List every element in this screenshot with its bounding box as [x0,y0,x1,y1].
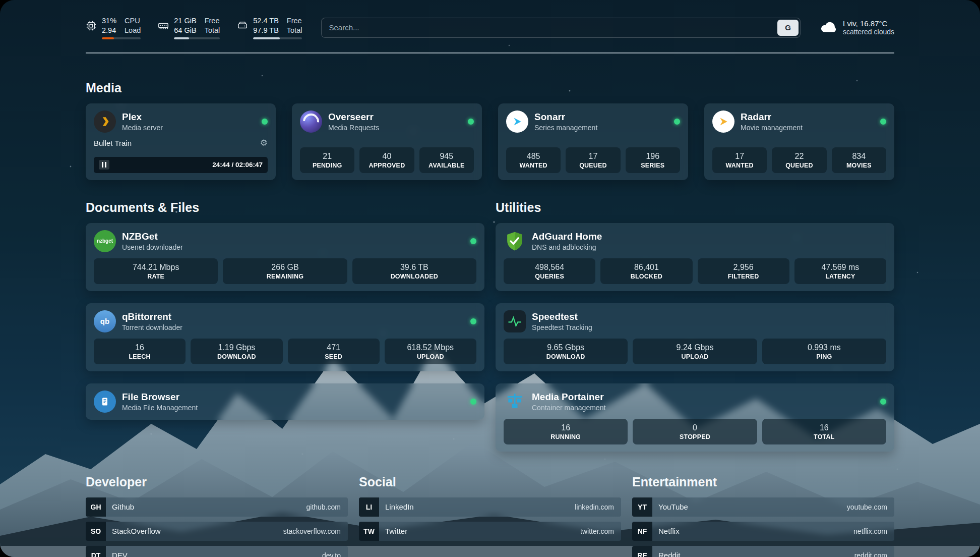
stat-label: RUNNING [506,433,626,440]
bookmark-url: reddit.com [854,551,894,557]
gear-icon[interactable]: ⚙ [260,139,268,147]
bookmark-url: netflix.com [853,527,894,535]
cpu-percent: 31% [102,16,116,26]
app-card-adguard[interactable]: AdGuard Home DNS and adblocking 498,564 … [496,223,894,291]
bookmark-name: Github [112,503,134,511]
stat-label: SEED [290,353,378,360]
bookmark-columns: Developer GH Github github.com SO StackO… [86,475,894,557]
status-indicator [674,119,680,125]
bookmark-dev[interactable]: DT DEV dev.to [86,546,348,557]
cpu-sublabel: Load [125,26,141,35]
section-title-utilities: Utilities [496,200,894,215]
app-subtitle: Series management [534,124,597,132]
speedtest-icon [504,310,526,332]
stat-label: STOPPED [635,433,755,440]
player-bar: 24:44 / 02:06:47 [94,157,268,173]
ram-total-label: Total [205,26,220,35]
pause-button[interactable] [99,160,109,170]
app-meta: Radarr Movie management [741,112,803,132]
card-header: nzbget NZBGet Usenet downloader [94,230,476,252]
app-card-nzbget[interactable]: nzbget NZBGet Usenet downloader 744.21 M… [86,223,484,291]
stat-label: WANTED [714,162,765,169]
app-card-radarr[interactable]: Radarr Movie management 17 WANTED 22 QUE… [704,103,894,180]
app-name: Radarr [741,112,803,123]
stat-label: PING [764,353,884,360]
stat-blocked: 86,401 BLOCKED [600,258,692,284]
bookmark-url: youtube.com [847,503,894,511]
disk-body: 52.4 TB 97.9 TB Free Total [253,16,302,39]
app-meta: File Browser Media File Management [122,392,198,412]
cloud-icon [820,18,838,38]
bookmark-twitter[interactable]: TW Twitter twitter.com [359,522,621,541]
section-media: Media Plex Media server [86,81,894,180]
status-indicator [880,119,886,125]
search-input[interactable] [321,18,801,38]
stat-available: 945 AVAILABLE [419,147,474,173]
bookmark-netflix[interactable]: NF Netflix netflix.com [632,522,894,541]
stat-label: LEECH [96,353,183,360]
bookmark-linkedin[interactable]: LI LinkedIn linkedin.com [359,497,621,517]
stat-label: DOWNLOADED [354,273,474,280]
app-subtitle: Media server [122,124,163,132]
app-card-plex[interactable]: Plex Media server Bullet Train ⚙ 24:44 /… [86,103,276,180]
qbittorrent-icon-text: qb [100,317,109,325]
stat-value: 2,956 [700,263,787,272]
section-social: Social LI LinkedIn linkedin.com TW Twitt… [359,475,621,557]
disk-total-label: Total [287,26,302,35]
media-card-row: Plex Media server Bullet Train ⚙ 24:44 /… [86,103,894,180]
stat-label: QUERIES [506,273,593,280]
ram-free-value: 21 GiB [174,16,196,26]
search-engine-button[interactable]: G [777,20,799,36]
stat-value: 86,401 [602,263,690,272]
stat-label: RATE [96,273,216,280]
stat-label: BLOCKED [602,273,690,280]
disk-progress-track [253,37,302,39]
stat-value: 485 [508,152,559,161]
weather-location: Lviv, 16.87°C [843,19,894,28]
bookmark-github[interactable]: GH Github github.com [86,497,348,517]
app-card-portainer[interactable]: Media Portainer Container management 16 … [496,383,894,452]
app-meta: qBittorrent Torrent downloader [122,311,182,331]
stat-value: 9.24 Gbps [635,343,755,352]
cpu-progress-fill [102,37,114,39]
app-card-qbittorrent[interactable]: qb qBittorrent Torrent downloader 16 LEE… [86,303,484,371]
app-card-speedtest[interactable]: Speedtest Speedtest Tracking 9.65 Gbps D… [496,303,894,371]
bookmark-name: DEV [112,551,128,557]
stat-wanted: 17 WANTED [712,147,767,173]
stat-value: 266 GB [225,263,345,272]
bookmark-youtube[interactable]: YT YouTube youtube.com [632,497,894,517]
app-name: Sonarr [534,112,597,123]
stat-running: 16 RUNNING [504,419,628,444]
app-card-filebrowser[interactable]: File Browser Media File Management [86,383,484,420]
stat-label: QUEUED [568,162,618,169]
app-card-overseerr[interactable]: Overseerr Media Requests 21 PENDING 40 A… [292,103,482,180]
stat-ping: 0.993 ms PING [762,339,886,364]
stat-label: SERIES [628,162,678,169]
cpu-progress-track [102,37,141,39]
app-meta: Overseerr Media Requests [328,112,379,132]
section-entertainment: Entertainment YT YouTube youtube.com NF … [632,475,894,557]
disk-widget: 52.4 TB 97.9 TB Free Total [237,16,302,39]
weather-condition: scattered clouds [843,28,894,36]
app-subtitle: Usenet downloader [122,243,183,251]
stat-upload: 618.52 Mbps UPLOAD [385,339,476,364]
ram-widget: 21 GiB 64 GiB Free Total [158,16,220,39]
bookmark-name: YouTube [658,503,688,511]
stat-value: 834 [834,152,884,161]
stat-value: 498,564 [506,263,593,272]
app-card-sonarr[interactable]: Sonarr Series management 485 WANTED 17 Q… [498,103,688,180]
bookmark-list: LI LinkedIn linkedin.com TW Twitter twit… [359,497,621,541]
search-bar: G [321,18,801,38]
bookmark-stackoverflow[interactable]: SO StackOverflow stackoverflow.com [86,522,348,541]
bookmark-list: GH Github github.com SO StackOverflow st… [86,497,348,557]
status-indicator [880,399,886,405]
stats-row: 16 LEECH 1.19 Gbps DOWNLOAD 471 SEED 6 [94,339,476,364]
bookmark-url: stackoverflow.com [283,527,348,535]
app-name: Media Portainer [532,392,605,403]
stat-rate: 744.21 Mbps RATE [94,258,218,284]
app-subtitle: Media Requests [328,124,379,132]
section-utilities: Utilities AdGuard Home [496,200,894,452]
stat-label: FILTERED [700,273,787,280]
bookmark-reddit[interactable]: RE Reddit reddit.com [632,546,894,557]
bookmark-url: linkedin.com [575,503,621,511]
